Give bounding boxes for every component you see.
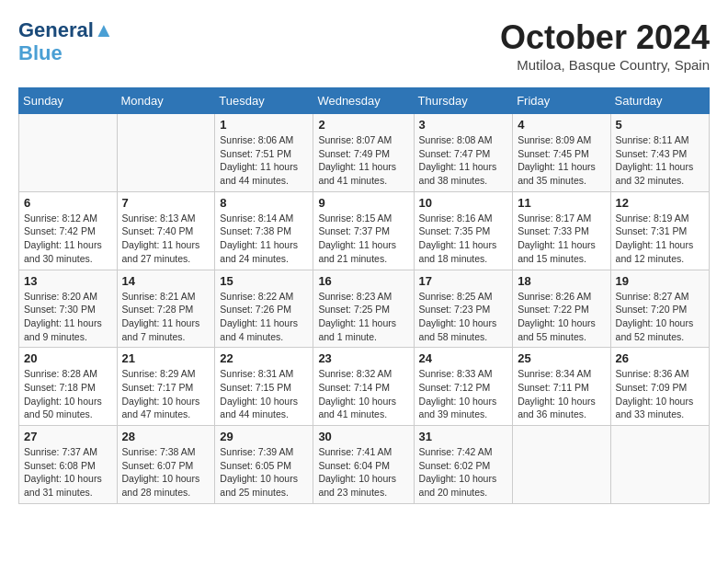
calendar-cell: 11Sunrise: 8:17 AM Sunset: 7:33 PM Dayli…	[513, 191, 610, 270]
day-detail: Sunrise: 8:36 AM Sunset: 7:09 PM Dayligh…	[616, 367, 704, 421]
calendar-cell: 15Sunrise: 8:22 AM Sunset: 7:26 PM Dayli…	[215, 270, 313, 348]
calendar-cell: 23Sunrise: 8:32 AM Sunset: 7:14 PM Dayli…	[313, 348, 414, 426]
day-number: 12	[616, 196, 704, 210]
calendar-cell: 12Sunrise: 8:19 AM Sunset: 7:31 PM Dayli…	[610, 191, 709, 270]
day-number: 14	[122, 274, 210, 288]
calendar-cell: 30Sunrise: 7:41 AM Sunset: 6:04 PM Dayli…	[313, 426, 414, 504]
calendar-cell: 4Sunrise: 8:09 AM Sunset: 7:45 PM Daylig…	[513, 114, 610, 192]
logo-text-blue: Blue	[18, 42, 114, 64]
calendar-header-row: SundayMondayTuesdayWednesdayThursdayFrid…	[19, 88, 710, 114]
calendar-cell: 22Sunrise: 8:31 AM Sunset: 7:15 PM Dayli…	[215, 348, 313, 426]
day-number: 17	[419, 274, 508, 288]
calendar-header-tuesday: Tuesday	[215, 88, 313, 114]
calendar-header-monday: Monday	[117, 88, 215, 114]
day-detail: Sunrise: 8:22 AM Sunset: 7:26 PM Dayligh…	[220, 290, 308, 344]
day-detail: Sunrise: 8:12 AM Sunset: 7:42 PM Dayligh…	[24, 212, 112, 266]
day-detail: Sunrise: 8:23 AM Sunset: 7:25 PM Dayligh…	[318, 290, 408, 344]
calendar-cell: 24Sunrise: 8:33 AM Sunset: 7:12 PM Dayli…	[414, 348, 513, 426]
calendar-week-4: 20Sunrise: 8:28 AM Sunset: 7:18 PM Dayli…	[19, 348, 710, 426]
calendar-cell: 14Sunrise: 8:21 AM Sunset: 7:28 PM Dayli…	[117, 270, 215, 348]
logo-text: General▲	[18, 18, 114, 42]
day-number: 24	[419, 351, 508, 365]
calendar-header-wednesday: Wednesday	[313, 88, 414, 114]
calendar-cell: 13Sunrise: 8:20 AM Sunset: 7:30 PM Dayli…	[19, 270, 118, 348]
day-detail: Sunrise: 8:14 AM Sunset: 7:38 PM Dayligh…	[220, 212, 308, 266]
day-number: 25	[518, 351, 605, 365]
day-detail: Sunrise: 7:37 AM Sunset: 6:08 PM Dayligh…	[24, 445, 112, 500]
day-number: 18	[518, 274, 605, 288]
day-detail: Sunrise: 8:26 AM Sunset: 7:22 PM Dayligh…	[518, 290, 605, 344]
calendar-cell: 2Sunrise: 8:07 AM Sunset: 7:49 PM Daylig…	[313, 114, 414, 192]
page-header: General▲ Blue October 2024 Mutiloa, Basq…	[18, 18, 710, 73]
day-detail: Sunrise: 8:29 AM Sunset: 7:17 PM Dayligh…	[122, 367, 210, 421]
logo: General▲ Blue	[18, 18, 114, 65]
day-detail: Sunrise: 8:32 AM Sunset: 7:14 PM Dayligh…	[318, 367, 408, 421]
day-detail: Sunrise: 8:27 AM Sunset: 7:20 PM Dayligh…	[616, 290, 704, 344]
calendar-cell: 31Sunrise: 7:42 AM Sunset: 6:02 PM Dayli…	[414, 426, 513, 504]
title-section: October 2024 Mutiloa, Basque Country, Sp…	[500, 18, 710, 73]
calendar-cell	[513, 426, 610, 504]
day-number: 23	[318, 351, 408, 365]
day-number: 8	[220, 196, 308, 210]
day-number: 29	[220, 430, 308, 443]
calendar-cell: 1Sunrise: 8:06 AM Sunset: 7:51 PM Daylig…	[215, 114, 313, 192]
day-detail: Sunrise: 8:21 AM Sunset: 7:28 PM Dayligh…	[122, 290, 210, 344]
calendar-header-thursday: Thursday	[414, 88, 513, 114]
day-number: 4	[518, 118, 605, 132]
calendar-cell: 17Sunrise: 8:25 AM Sunset: 7:23 PM Dayli…	[414, 270, 513, 348]
day-detail: Sunrise: 8:25 AM Sunset: 7:23 PM Dayligh…	[419, 290, 508, 344]
day-detail: Sunrise: 8:28 AM Sunset: 7:18 PM Dayligh…	[24, 367, 112, 421]
calendar-cell: 8Sunrise: 8:14 AM Sunset: 7:38 PM Daylig…	[215, 191, 313, 270]
day-number: 21	[122, 351, 210, 365]
day-number: 5	[616, 118, 704, 132]
calendar-cell: 18Sunrise: 8:26 AM Sunset: 7:22 PM Dayli…	[513, 270, 610, 348]
day-number: 10	[419, 196, 508, 210]
day-detail: Sunrise: 8:09 AM Sunset: 7:45 PM Dayligh…	[518, 133, 605, 188]
calendar-cell: 29Sunrise: 7:39 AM Sunset: 6:05 PM Dayli…	[215, 426, 313, 504]
day-number: 15	[220, 274, 308, 288]
day-detail: Sunrise: 7:42 AM Sunset: 6:02 PM Dayligh…	[419, 445, 508, 500]
calendar-cell: 10Sunrise: 8:16 AM Sunset: 7:35 PM Dayli…	[414, 191, 513, 270]
calendar-cell	[117, 114, 215, 192]
day-number: 22	[220, 351, 308, 365]
calendar-cell: 19Sunrise: 8:27 AM Sunset: 7:20 PM Dayli…	[610, 270, 709, 348]
day-number: 9	[318, 196, 408, 210]
calendar-cell	[610, 426, 709, 504]
day-number: 19	[616, 274, 704, 288]
day-detail: Sunrise: 7:41 AM Sunset: 6:04 PM Dayligh…	[318, 445, 408, 500]
day-detail: Sunrise: 7:38 AM Sunset: 6:07 PM Dayligh…	[122, 445, 210, 500]
day-number: 6	[24, 196, 112, 210]
day-detail: Sunrise: 8:19 AM Sunset: 7:31 PM Dayligh…	[616, 212, 704, 266]
calendar-week-1: 1Sunrise: 8:06 AM Sunset: 7:51 PM Daylig…	[19, 114, 710, 192]
calendar-cell: 26Sunrise: 8:36 AM Sunset: 7:09 PM Dayli…	[610, 348, 709, 426]
day-detail: Sunrise: 8:06 AM Sunset: 7:51 PM Dayligh…	[220, 133, 308, 188]
calendar-header-saturday: Saturday	[610, 88, 709, 114]
day-detail: Sunrise: 8:33 AM Sunset: 7:12 PM Dayligh…	[419, 367, 508, 421]
day-number: 2	[318, 118, 408, 132]
day-detail: Sunrise: 8:16 AM Sunset: 7:35 PM Dayligh…	[419, 212, 508, 266]
calendar-cell: 3Sunrise: 8:08 AM Sunset: 7:47 PM Daylig…	[414, 114, 513, 192]
day-detail: Sunrise: 8:17 AM Sunset: 7:33 PM Dayligh…	[518, 212, 605, 266]
month-title: October 2024	[500, 18, 710, 57]
day-number: 3	[419, 118, 508, 132]
day-detail: Sunrise: 8:15 AM Sunset: 7:37 PM Dayligh…	[318, 212, 408, 266]
day-number: 13	[24, 274, 112, 288]
day-number: 31	[419, 430, 508, 443]
day-detail: Sunrise: 8:20 AM Sunset: 7:30 PM Dayligh…	[24, 290, 112, 344]
day-detail: Sunrise: 8:34 AM Sunset: 7:11 PM Dayligh…	[518, 367, 605, 421]
day-detail: Sunrise: 8:11 AM Sunset: 7:43 PM Dayligh…	[616, 133, 704, 188]
calendar-body: 1Sunrise: 8:06 AM Sunset: 7:51 PM Daylig…	[19, 114, 710, 504]
day-number: 7	[122, 196, 210, 210]
calendar-week-5: 27Sunrise: 7:37 AM Sunset: 6:08 PM Dayli…	[19, 426, 710, 504]
day-number: 11	[518, 196, 605, 210]
day-number: 1	[220, 118, 308, 132]
calendar-header-sunday: Sunday	[19, 88, 118, 114]
day-number: 27	[24, 430, 112, 443]
calendar-cell: 7Sunrise: 8:13 AM Sunset: 7:40 PM Daylig…	[117, 191, 215, 270]
calendar-cell: 16Sunrise: 8:23 AM Sunset: 7:25 PM Dayli…	[313, 270, 414, 348]
day-number: 28	[122, 430, 210, 443]
location: Mutiloa, Basque Country, Spain	[500, 57, 710, 73]
day-detail: Sunrise: 7:39 AM Sunset: 6:05 PM Dayligh…	[220, 445, 308, 500]
calendar-cell: 20Sunrise: 8:28 AM Sunset: 7:18 PM Dayli…	[19, 348, 118, 426]
calendar-cell: 27Sunrise: 7:37 AM Sunset: 6:08 PM Dayli…	[19, 426, 118, 504]
